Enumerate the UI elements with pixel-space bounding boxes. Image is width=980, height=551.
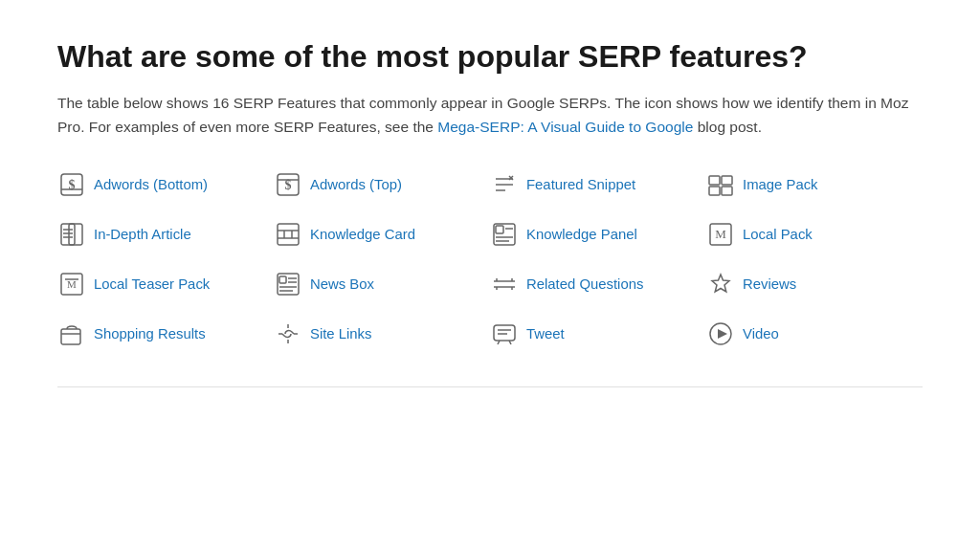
svg-rect-11 <box>709 176 720 185</box>
feature-label-tweet: Tweet <box>526 326 565 342</box>
in-depth-article-icon <box>57 220 86 249</box>
feature-item-knowledge-card[interactable]: Knowledge Card <box>274 220 490 249</box>
feature-label-knowledge-card: Knowledge Card <box>310 227 415 242</box>
svg-rect-14 <box>722 187 732 195</box>
feature-label-in-depth-article: In-Depth Article <box>94 227 191 242</box>
feature-item-knowledge-panel[interactable]: Knowledge Panel <box>490 220 706 249</box>
description-text: The table below shows 16 SERP Features t… <box>57 92 923 140</box>
related-questions-icon <box>490 270 519 298</box>
news-box-icon <box>274 270 302 298</box>
svg-rect-15 <box>61 224 75 245</box>
svg-rect-48 <box>61 329 80 344</box>
svg-rect-36 <box>279 276 286 283</box>
svg-rect-50 <box>494 325 515 341</box>
feature-item-adwords-bottom[interactable]: $ Adwords (Bottom) <box>57 170 274 199</box>
featured-snippet-icon <box>490 170 519 199</box>
feature-item-news-box[interactable]: News Box <box>274 270 490 298</box>
feature-label-image-pack: Image Pack <box>743 177 818 192</box>
feature-label-video: Video <box>743 326 779 342</box>
image-pack-icon <box>706 170 735 199</box>
page-divider <box>57 386 923 387</box>
features-grid: $ Adwords (Bottom) $ Adwords (Top) Featu… <box>57 170 923 348</box>
reviews-icon <box>706 270 735 298</box>
feature-item-video[interactable]: Video <box>706 320 923 348</box>
svg-marker-56 <box>718 329 727 339</box>
knowledge-panel-icon <box>490 220 519 249</box>
feature-item-reviews[interactable]: Reviews <box>706 270 923 298</box>
local-teaser-pack-icon: M <box>57 270 86 298</box>
feature-label-adwords-bottom: Adwords (Bottom) <box>94 177 208 192</box>
feature-item-featured-snippet[interactable]: Featured Snippet <box>490 170 706 199</box>
feature-item-shopping-results[interactable]: Shopping Results <box>57 320 274 348</box>
svg-text:M: M <box>715 227 726 241</box>
svg-marker-47 <box>712 275 729 292</box>
feature-item-local-teaser-pack[interactable]: M Local Teaser Pack <box>57 270 274 298</box>
feature-label-adwords-top: Adwords (Top) <box>310 177 402 192</box>
feature-label-local-teaser-pack: Local Teaser Pack <box>94 276 210 292</box>
adwords-top-icon: $ <box>274 170 302 199</box>
feature-item-related-questions[interactable]: Related Questions <box>490 270 706 298</box>
feature-label-site-links: Site Links <box>310 326 372 342</box>
svg-rect-16 <box>69 224 82 245</box>
knowledge-card-icon <box>274 220 302 249</box>
feature-label-reviews: Reviews <box>743 276 796 292</box>
feature-label-local-pack: Local Pack <box>743 227 813 242</box>
site-links-icon <box>274 320 302 348</box>
svg-rect-12 <box>722 176 732 185</box>
feature-label-knowledge-panel: Knowledge Panel <box>526 227 637 242</box>
video-icon <box>706 320 735 348</box>
svg-rect-13 <box>709 187 720 195</box>
page-heading: What are some of the most popular SERP f… <box>57 38 923 75</box>
feature-item-image-pack[interactable]: Image Pack <box>706 170 923 199</box>
feature-item-in-depth-article[interactable]: In-Depth Article <box>57 220 274 249</box>
feature-item-site-links[interactable]: Site Links <box>274 320 490 348</box>
svg-text:M: M <box>67 278 77 290</box>
adwords-bottom-icon: $ <box>57 170 86 199</box>
svg-rect-26 <box>496 226 503 233</box>
mega-serp-link[interactable]: Mega-SERP: A Visual Guide to Google <box>437 119 693 135</box>
feature-label-news-box: News Box <box>310 276 374 292</box>
feature-label-related-questions: Related Questions <box>526 276 643 292</box>
feature-label-shopping-results: Shopping Results <box>94 326 206 342</box>
feature-item-adwords-top[interactable]: $ Adwords (Top) <box>274 170 490 199</box>
svg-rect-20 <box>278 224 299 245</box>
feature-label-featured-snippet: Featured Snippet <box>526 177 635 192</box>
feature-item-local-pack[interactable]: M Local Pack <box>706 220 923 249</box>
local-pack-icon: M <box>706 220 735 249</box>
shopping-results-icon <box>57 320 86 348</box>
feature-item-tweet[interactable]: Tweet <box>490 320 706 348</box>
tweet-icon <box>490 320 519 348</box>
